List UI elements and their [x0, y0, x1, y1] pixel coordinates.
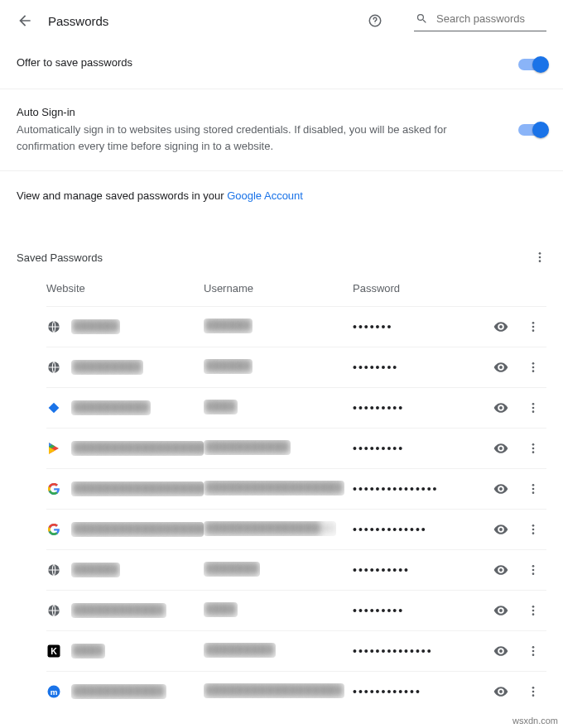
svg-point-4: [539, 260, 541, 262]
table-row: ███████████████••••••••: [46, 347, 546, 387]
col-username: Username: [204, 282, 353, 295]
saved-passwords-heading: Saved Passwords: [17, 251, 533, 264]
username-value: ██████: [204, 318, 253, 333]
search-input[interactable]: [435, 12, 545, 26]
show-password-icon[interactable]: [493, 602, 509, 619]
offer-to-save-toggle[interactable]: [518, 59, 546, 70]
row-more-icon[interactable]: [527, 563, 540, 577]
site-favicon: [46, 603, 61, 618]
site-name[interactable]: ██████: [71, 319, 120, 334]
col-website: Website: [46, 282, 204, 295]
site-favicon: [46, 644, 61, 659]
show-password-icon[interactable]: [493, 400, 509, 416]
row-more-icon[interactable]: [527, 482, 540, 496]
site-name[interactable]: ████████████: [71, 684, 166, 699]
table-row: █████████████••••••••••: [46, 549, 546, 590]
site-favicon: [46, 400, 61, 415]
svg-point-3: [539, 256, 541, 259]
show-password-icon[interactable]: [493, 359, 509, 376]
row-more-icon[interactable]: [527, 644, 540, 658]
site-name[interactable]: ██████: [71, 563, 120, 577]
site-favicon: [46, 522, 61, 537]
site-favicon: [46, 360, 61, 375]
password-masked: ••••••••••: [353, 563, 410, 577]
username-value: ███████: [204, 562, 260, 577]
table-row: ██████████████•••••••••: [46, 387, 546, 428]
table-row: █████████████████████████████•••••••••: [46, 428, 546, 468]
username-value: █████████: [204, 643, 276, 658]
auto-signin-desc: Automatically sign in to websites using …: [17, 122, 485, 154]
show-password-icon[interactable]: [493, 318, 509, 335]
search-icon: [416, 12, 428, 25]
show-password-icon[interactable]: [493, 683, 509, 700]
show-password-icon[interactable]: [493, 562, 509, 578]
col-password: Password: [353, 282, 482, 295]
password-masked: •••••••••: [353, 604, 404, 617]
table-row: ████████████•••••••: [46, 306, 546, 347]
show-password-icon[interactable]: [493, 481, 509, 497]
username-value: ██████████████████: [204, 481, 344, 496]
saved-passwords-more-icon[interactable]: [533, 251, 546, 264]
password-masked: •••••••: [353, 320, 392, 333]
site-name[interactable]: ██████████████████: [71, 481, 204, 496]
auto-signin-label: Auto Sign-in: [17, 106, 485, 118]
row-more-icon[interactable]: [527, 685, 540, 698]
site-favicon: [46, 684, 61, 699]
manage-prefix: View and manage saved passwords in your: [17, 189, 227, 202]
username-value: ████: [204, 602, 238, 617]
site-favicon: [46, 441, 61, 456]
row-more-icon[interactable]: [527, 361, 540, 374]
table-row: █████████████████████████████████om•••••…: [46, 509, 546, 549]
site-favicon: [46, 481, 61, 496]
table-row: █████████████••••••••••••••: [46, 630, 546, 671]
offer-to-save-label: Offer to save passwords: [17, 56, 485, 69]
password-masked: •••••••••••••••: [353, 482, 439, 496]
site-favicon: [46, 319, 61, 334]
password-masked: •••••••••••••: [353, 523, 427, 536]
site-name[interactable]: ████: [71, 644, 105, 659]
password-masked: ••••••••••••: [353, 685, 421, 698]
manage-passwords-line: View and manage saved passwords in your …: [0, 171, 563, 231]
password-masked: ••••••••: [353, 361, 398, 374]
svg-point-2: [539, 252, 541, 255]
page-title: Passwords: [48, 14, 108, 28]
username-value: ███████████: [204, 440, 291, 455]
password-masked: •••••••••: [353, 401, 404, 414]
row-more-icon[interactable]: [527, 320, 540, 333]
table-header: Website Username Password: [46, 272, 546, 306]
watermark: wsxdn.com: [512, 716, 558, 726]
offer-to-save-row: Offer to save passwords: [0, 40, 563, 89]
google-account-link[interactable]: Google Account: [227, 189, 303, 202]
username-value: ██████: [204, 359, 253, 374]
help-icon[interactable]: [368, 13, 383, 28]
username-value: ████: [204, 400, 238, 414]
username-value: ███████████████om: [204, 521, 336, 536]
row-more-icon[interactable]: [527, 523, 540, 536]
row-more-icon[interactable]: [527, 604, 540, 617]
table-row: ██████████████████████████████••••••••••…: [46, 671, 546, 711]
site-name[interactable]: ██████████: [71, 400, 151, 415]
site-name[interactable]: ██████████████████: [71, 441, 204, 456]
site-name[interactable]: ████████████: [71, 603, 166, 618]
passwords-table: Website Username Password ████████████••…: [0, 272, 563, 711]
svg-point-1: [375, 23, 376, 24]
back-icon[interactable]: [17, 12, 33, 29]
show-password-icon[interactable]: [493, 440, 509, 457]
row-more-icon[interactable]: [527, 401, 540, 414]
site-name[interactable]: █████████: [71, 360, 143, 375]
site-name[interactable]: ██████████████████: [71, 522, 204, 537]
table-row: ████████████████████████████████████••••…: [46, 468, 546, 509]
username-value: ██████████████████: [204, 683, 344, 698]
auto-signin-toggle[interactable]: [518, 124, 546, 136]
show-password-icon[interactable]: [493, 521, 509, 538]
search-passwords[interactable]: [414, 10, 546, 31]
password-masked: •••••••••: [353, 442, 404, 455]
table-row: ████████████████•••••••••: [46, 590, 546, 630]
site-favicon: [46, 563, 61, 577]
password-masked: ••••••••••••••: [353, 644, 433, 658]
row-more-icon[interactable]: [527, 442, 540, 455]
auto-signin-row: Auto Sign-in Automatically sign in to we…: [0, 89, 563, 171]
show-password-icon[interactable]: [493, 643, 509, 659]
